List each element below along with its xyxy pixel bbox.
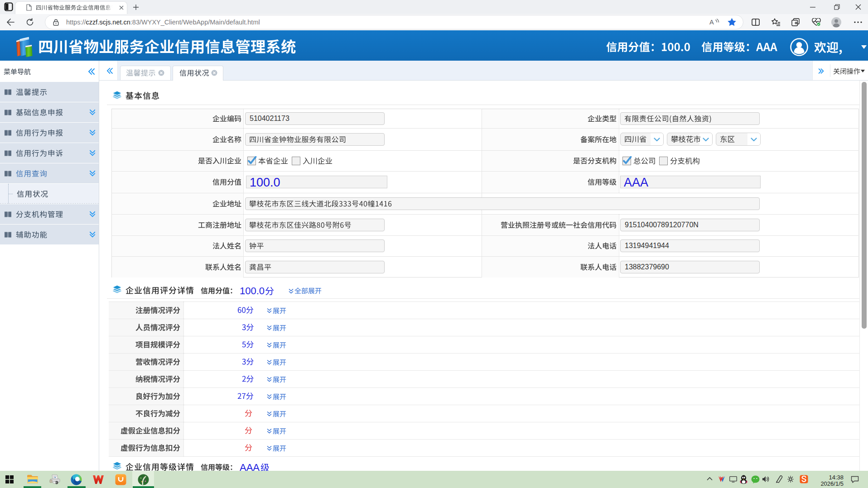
svg-text:A: A xyxy=(709,19,714,26)
